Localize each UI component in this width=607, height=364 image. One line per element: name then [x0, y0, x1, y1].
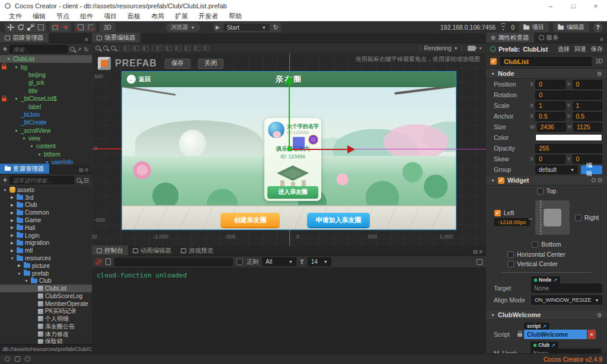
create-node-button[interactable]: + — [3, 45, 7, 53]
asset-row[interactable]: ▶ picture — [0, 262, 92, 270]
3d-mode-button[interactable]: 3D — [100, 23, 116, 32]
gear-icon[interactable]: ⚙ — [597, 71, 602, 77]
zoom-reset-icon[interactable] — [103, 46, 108, 50]
widget-left-value-field[interactable]: -1218.00px — [494, 218, 530, 226]
node-name-field[interactable]: ClubList — [500, 57, 592, 66]
create-asset-button[interactable]: + — [3, 176, 7, 184]
group-select[interactable]: default▼ — [535, 165, 578, 174]
pivot-toggle-icon[interactable] — [52, 24, 59, 31]
color-swatch[interactable] — [535, 134, 602, 141]
external-link-icon[interactable]: ↗ — [553, 277, 557, 283]
anchor-x-field[interactable]: 0.5 — [535, 112, 565, 121]
distribute-h-icon[interactable] — [184, 46, 191, 51]
club-card[interactable]: 六个字的名字 ID:123456 俱乐部名称六 ID: 123456 进入亲友圈 — [264, 118, 321, 201]
expand-arrow-icon[interactable]: ▼ — [29, 144, 34, 148]
minimize-button[interactable]: – — [539, 0, 562, 12]
anchor-y-field[interactable]: 0.5 — [573, 112, 602, 121]
asset-row[interactable]: 保险箱 — [0, 338, 92, 344]
asset-row[interactable]: ▶ Game — [0, 216, 92, 224]
widget-enabled-checkbox[interactable] — [498, 177, 504, 184]
hierarchy-node-row[interactable]: ▼ bg — [0, 63, 92, 71]
position-x-field[interactable]: 0 — [535, 80, 565, 89]
group-edit-button[interactable]: 编辑 — [581, 165, 602, 174]
menu-item[interactable]: 文件 — [4, 12, 27, 21]
menu-item[interactable]: 开发者 — [193, 12, 223, 21]
hierarchy-node-row[interactable]: beijing — [0, 71, 92, 79]
move-tool-icon[interactable] — [7, 24, 14, 31]
menu-item[interactable]: 面板 — [122, 12, 146, 21]
expand-arrow-icon[interactable]: ▶ — [9, 195, 15, 200]
hierarchy-refresh-icon[interactable]: ↻ — [84, 46, 89, 53]
tab-console[interactable]: 控制台 — [92, 245, 128, 256]
cache-status-icon[interactable] — [15, 356, 20, 362]
expand-arrow-icon[interactable]: ▶ — [9, 225, 15, 230]
regex-checkbox[interactable] — [237, 258, 243, 265]
assets-search-input[interactable] — [9, 176, 74, 184]
zoom-out-icon[interactable] — [95, 46, 100, 50]
expand-arrow-icon[interactable]: ▶ — [9, 233, 15, 238]
search-icon[interactable] — [76, 178, 81, 183]
gear-icon[interactable]: ⚙ — [597, 312, 602, 318]
enter-club-button[interactable]: 进入亲友圈 — [267, 186, 318, 198]
border-gizmo-icon[interactable] — [87, 24, 94, 31]
sort-icon[interactable] — [84, 178, 89, 183]
asset-row[interactable]: 体力修改 — [0, 330, 92, 338]
rendering-mode-select[interactable]: Rendering▼ — [424, 45, 458, 52]
expand-arrow-icon[interactable]: ▼ — [21, 136, 27, 141]
align-mode-select[interactable]: ON_WINDOW_RESIZE▼ — [531, 295, 602, 305]
scale-tool-icon[interactable] — [27, 24, 34, 31]
asset-row[interactable]: ▶ Common — [0, 209, 92, 216]
scene-canvas[interactable]: PREFAB 保存 关闭 使用鼠标右键平移视窗焦点，使用滚轮缩放视图 ← 返回 … — [92, 53, 486, 246]
menu-item[interactable]: 项目 — [98, 12, 122, 21]
opacity-field[interactable]: 255 — [535, 144, 602, 153]
asset-row[interactable]: ▶ Hall — [0, 224, 92, 232]
expand-arrow-icon[interactable]: ▶ — [9, 218, 15, 223]
menu-item[interactable]: 节点 — [51, 12, 75, 21]
tab-service[interactable]: 服务 — [534, 33, 564, 43]
widget-left-checkbox[interactable] — [494, 210, 501, 216]
widget-bottom-checkbox[interactable] — [532, 241, 538, 248]
collapse-arrow-icon[interactable]: ▼ — [491, 178, 495, 183]
menu-item[interactable]: 扩展 — [170, 12, 193, 21]
expand-arrow-icon[interactable]: ▼ — [17, 272, 22, 276]
expand-arrow-icon[interactable]: ▼ — [14, 65, 19, 69]
menu-item[interactable]: 编辑 — [27, 12, 51, 21]
size-h-field[interactable]: 1125 — [573, 123, 602, 132]
align-bottom-icon[interactable] — [175, 46, 181, 51]
collapse-arrow-icon[interactable]: ▼ — [491, 313, 495, 317]
rect-gizmo-icon[interactable] — [76, 24, 84, 31]
clear-console-icon[interactable] — [95, 258, 102, 265]
hierarchy-node-row[interactable]: gl_srk — [0, 79, 92, 87]
tab-assets[interactable]: 资源管理器 — [0, 164, 49, 174]
help-button[interactable]: ? — [593, 23, 602, 32]
visibility-status-icon[interactable] — [25, 356, 30, 362]
hierarchy-node-row[interactable]: title — [0, 87, 92, 95]
align-right-icon[interactable] — [142, 46, 149, 51]
asset-row[interactable]: ▶ 3rd — [0, 194, 92, 202]
game-preview[interactable]: ← 返回 亲友圈 六个字的名字 ID:123456 俱乐部名称六 ID: 123… — [122, 71, 456, 230]
collapse-arrow-icon[interactable]: ▼ — [491, 72, 495, 76]
asset-row[interactable]: ▼ prefab — [0, 270, 92, 277]
asset-row[interactable]: 亲友圈公告 — [0, 323, 92, 330]
expand-arrow-icon[interactable]: ▶ — [9, 203, 15, 207]
prefab-save-link[interactable]: 保存 — [591, 45, 603, 53]
tab-scene-editor[interactable]: 场景编辑器 — [92, 33, 140, 43]
hierarchy-node-row[interactable]: label — [0, 103, 92, 110]
expand-arrow-icon[interactable]: ▼ — [14, 97, 19, 101]
zoom-in-icon[interactable] — [111, 46, 116, 50]
align-hcenter-icon[interactable] — [133, 46, 139, 51]
expand-arrow-icon[interactable]: ▼ — [24, 279, 29, 283]
gizmo-y-axis[interactable] — [289, 84, 290, 150]
link-node-icon[interactable]: ↗ — [77, 46, 82, 52]
expand-arrow-icon[interactable]: ▶ — [17, 263, 22, 268]
clubwelcome-section-header[interactable]: ▼ ClubWelcome ⚙ — [486, 309, 607, 320]
asset-row[interactable]: ▶ Login — [0, 232, 92, 240]
camera-icon[interactable] — [468, 46, 475, 51]
console-settings-icon[interactable] — [477, 259, 483, 265]
search-icon[interactable] — [70, 47, 75, 52]
asset-row[interactable]: ▶ migration — [0, 240, 92, 247]
anchor-toggle-icon[interactable] — [62, 24, 69, 31]
node-section-header[interactable]: ▼ Node ⚙ — [486, 68, 607, 79]
refresh-button[interactable]: ↻ — [273, 24, 279, 31]
hierarchy-node-row[interactable]: ▼ view — [0, 135, 92, 142]
